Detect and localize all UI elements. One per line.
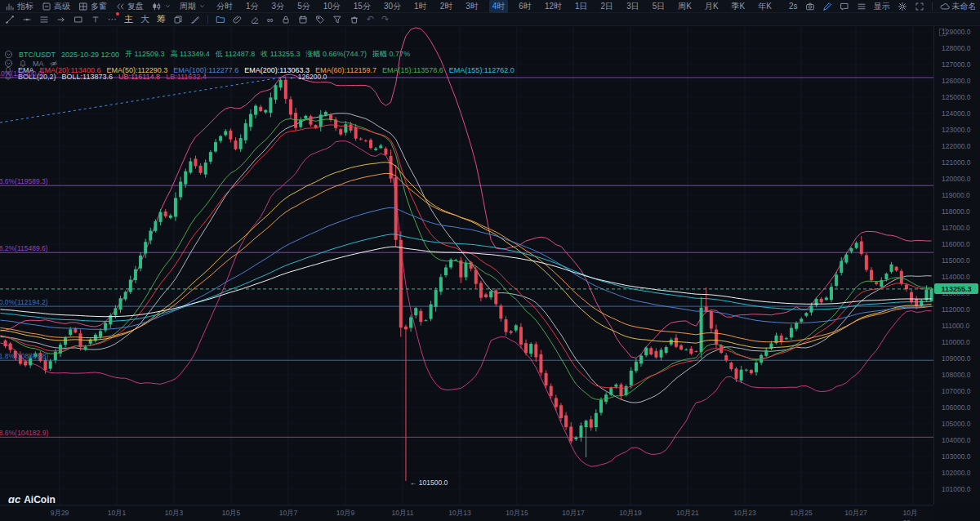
refresh-speed[interactable]: 2s [789, 2, 798, 11]
lock-tool[interactable] [281, 15, 291, 24]
price-axis-label: 102000.0 [942, 469, 970, 477]
filter-tool[interactable] [332, 15, 342, 24]
comments-button[interactable] [840, 2, 849, 11]
time-axis-label: 10月25 [790, 509, 812, 519]
toolbar-divider [932, 2, 933, 11]
price-axis-label: 107000.0 [942, 387, 970, 395]
time-axis-label: 10月27 [844, 509, 866, 519]
time-axis-label: 10月7 [279, 509, 298, 519]
fullscreen-button[interactable] [915, 2, 924, 11]
timeframe-季K[interactable]: 季K [729, 1, 748, 12]
timeframe-4时[interactable]: 4时 [489, 0, 509, 13]
timeframe-30分[interactable]: 30分 [381, 1, 403, 12]
timeframe-1时[interactable]: 1时 [412, 1, 430, 12]
draw-mode-button[interactable] [822, 2, 832, 11]
templates-folder-tool[interactable] [216, 15, 225, 24]
price-axis-label: 108000.0 [942, 371, 970, 379]
screenshot-button[interactable] [805, 2, 815, 11]
trend-line-tool[interactable] [5, 15, 15, 24]
tag-tool[interactable] [315, 15, 325, 24]
time-axis[interactable]: 9月2910月110月310月510月710月910月1110月1310月151… [0, 505, 933, 521]
time-axis-label: 10月11 [392, 509, 414, 519]
horizontal-lines-tool[interactable] [22, 15, 32, 24]
timeframe-5分[interactable]: 5分 [295, 1, 313, 12]
calendar-tool[interactable] [298, 15, 308, 24]
compare-tool[interactable] [173, 15, 183, 24]
time-axis-label: 10月13 [448, 509, 470, 519]
price-axis-label: 115000.0 [942, 256, 970, 265]
time-axis-label: 10月17 [562, 509, 584, 519]
timeframe-15分[interactable]: 15分 [351, 1, 373, 12]
time-axis-label: 10月23 [733, 509, 755, 519]
timeframe-2日[interactable]: 2日 [599, 1, 617, 12]
timeframe-1日[interactable]: 1日 [572, 1, 590, 12]
timeframe-5日[interactable]: 5日 [650, 1, 668, 12]
watchlist-button[interactable] [857, 2, 866, 11]
cloud-icon [940, 2, 950, 11]
replay-menu[interactable]: 复盘 [115, 1, 144, 12]
time-axis-label: 10月5 [222, 509, 241, 519]
redo-button[interactable]: ↷ [381, 14, 389, 24]
delete-tool[interactable] [350, 15, 359, 24]
brush-tool[interactable] [190, 15, 200, 24]
timeframe-2时[interactable]: 2时 [438, 1, 456, 12]
price-axis-label: 105000.0 [942, 420, 970, 428]
timeframe-周K[interactable]: 周K [675, 1, 694, 12]
caret-down-icon [164, 2, 172, 10]
timeframe-分时[interactable]: 分时 [214, 1, 235, 12]
price-axis-label: 126000.0 [942, 77, 970, 85]
chip-distribution-button[interactable]: 筹 [157, 13, 166, 25]
indicator-icon [5, 2, 15, 11]
price-axis-label: 121000.0 [942, 158, 970, 167]
timeframe-12时[interactable]: 12时 [542, 1, 564, 12]
indicator-menu[interactable]: 指标 [5, 1, 33, 12]
multiwindow-menu[interactable]: 多窗 [78, 1, 107, 12]
price-axis-label: 125000.0 [942, 93, 970, 101]
price-axis-label: 111000.0 [942, 322, 969, 330]
time-axis-label: 10月19 [619, 509, 641, 519]
timeframe-3日[interactable]: 3日 [624, 1, 642, 12]
timeframe-3时[interactable]: 3时 [463, 1, 481, 12]
top-toolbar: 指标高级多窗复盘周期分时1分3分5分10分15分30分1时2时3时4时6时12时… [0, 0, 980, 13]
toolbar-left-group: 指标高级多窗复盘周期分时1分3分5分10分15分30分1时2时3时4时6时12时… [5, 0, 774, 13]
undo-button[interactable]: ↶ [367, 14, 374, 24]
multiwindow-icon [78, 2, 88, 11]
fib-retracement-tool[interactable] [39, 15, 49, 24]
timeframe-10分[interactable]: 10分 [321, 1, 343, 12]
eraser-tool[interactable] [250, 15, 260, 24]
arrow-tool[interactable] [56, 15, 66, 24]
time-axis-label: 10月3 [165, 509, 184, 519]
price-axis-label: 128000.0 [942, 44, 970, 52]
chart-style-selector[interactable] [152, 2, 172, 11]
price-axis-label: 123000.0 [942, 126, 970, 134]
brand-mark: ɑc [8, 493, 20, 505]
timeframe-1分[interactable]: 1分 [243, 1, 261, 12]
timeframe-6时[interactable]: 6时 [516, 1, 534, 12]
price-axis[interactable]: 129000.0128000.0127000.0126000.0125000.0… [933, 26, 980, 505]
link-tool[interactable]: ∞ [267, 15, 274, 24]
price-axis-label: 101000.0 [942, 485, 970, 493]
large-chart-button[interactable]: 大 [140, 13, 149, 25]
text-tool[interactable] [91, 15, 100, 24]
advanced-menu[interactable]: 高级 [42, 1, 70, 12]
timeframe-3分[interactable]: 3分 [270, 1, 287, 12]
more-tools[interactable]: ⋯ [108, 14, 117, 24]
main-indicator-button[interactable]: 主 [124, 13, 133, 25]
toolbar-right-group: 2s显示未命名AI解读 [789, 0, 980, 12]
display-settings-label[interactable]: 显示 [874, 1, 890, 12]
measure-tool[interactable] [233, 15, 243, 24]
workspace-selector[interactable]: 未命名 [940, 1, 980, 12]
period-selector[interactable]: 周期 [180, 1, 206, 12]
timeframe-年K[interactable]: 年K [755, 1, 774, 12]
timeframe-月K[interactable]: 月K [702, 1, 721, 12]
region-screenshot-icon[interactable] [938, 25, 947, 40]
replay-icon [115, 2, 125, 11]
settings-gear-button[interactable] [898, 2, 907, 11]
time-axis-label: 10月21 [676, 509, 698, 519]
trading-app: 指标高级多窗复盘周期分时1分3分5分10分15分30分1时2时3时4时6时12时… [0, 0, 980, 521]
chart-canvas[interactable] [0, 26, 933, 505]
time-axis-label: 10月15 [506, 509, 528, 519]
price-axis-label: 116000.0 [942, 240, 970, 248]
rect-tool[interactable] [74, 15, 83, 24]
chart-area[interactable]: BTC/USDT2025-10-29 12:00开 112509.3高 1133… [0, 26, 933, 505]
